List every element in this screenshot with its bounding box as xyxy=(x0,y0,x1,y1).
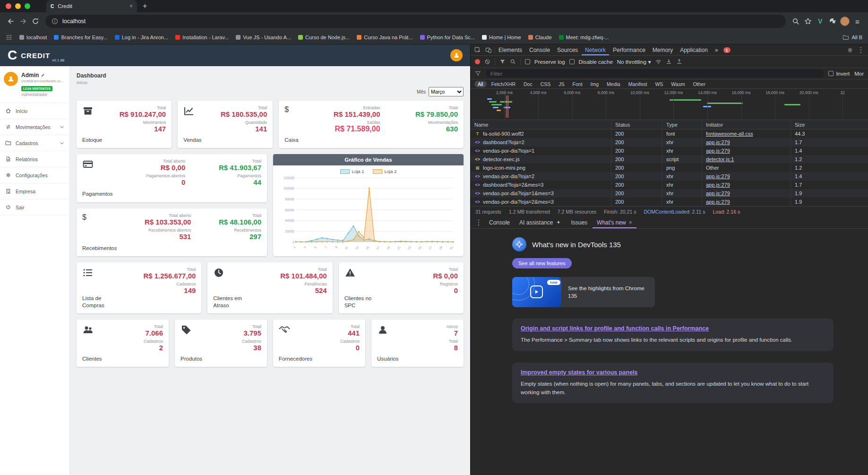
column-header-status[interactable]: Status xyxy=(611,120,662,129)
request-row[interactable]: <>dashboard?loja=2&mes=3 200 xhr app.js:… xyxy=(471,181,868,189)
browser-menu-icon[interactable]: ≡ xyxy=(851,15,863,27)
invert-filter[interactable]: Invert xyxy=(828,71,850,77)
section-heading-link[interactable]: Origin and script links for profile and … xyxy=(521,325,825,332)
filter-chip-media[interactable]: Media xyxy=(603,81,624,87)
filter-chip-doc[interactable]: Doc xyxy=(520,81,536,87)
bookmark-item[interactable]: localhost xyxy=(19,35,47,40)
request-row[interactable]: <>vendas-por-dia?loja=2 200 xhr app.js:2… xyxy=(471,172,868,181)
tab-performance[interactable]: Performance xyxy=(610,44,649,55)
search-network-icon[interactable] xyxy=(510,59,516,65)
bookmark-item[interactable]: Installation - Larav... xyxy=(175,35,229,40)
bookmark-item[interactable]: Log in - Jira Anron... xyxy=(115,35,168,40)
request-row[interactable]: <>dashboard?loja=2 200 xhr app.js:279 1.… xyxy=(471,138,868,147)
vue-devtools-extension-icon[interactable]: V xyxy=(814,15,826,27)
throttling-dropdown[interactable]: No throttling ▾ xyxy=(617,59,651,65)
initiator-link[interactable]: fontawesome-all.css xyxy=(706,131,753,137)
tab-network[interactable]: Network xyxy=(582,44,609,55)
see-all-features-button[interactable]: See all new features xyxy=(512,258,572,268)
profile-avatar[interactable] xyxy=(839,15,851,27)
drawer-tab-ai-assistance[interactable]: AI assistance xyxy=(515,216,566,228)
legend-item[interactable]: Loja 1 xyxy=(340,169,364,174)
filter-input[interactable] xyxy=(486,69,824,78)
bookmark-star-icon[interactable] xyxy=(802,15,814,27)
reload-button[interactable] xyxy=(29,15,42,27)
initiator-link[interactable]: app.js:279 xyxy=(706,182,730,188)
column-header-name[interactable]: Name xyxy=(471,120,611,129)
site-info-icon[interactable] xyxy=(52,18,58,25)
bookmark-item[interactable]: Claude xyxy=(528,35,552,40)
filter-chip-ws[interactable]: WS xyxy=(652,81,666,87)
new-tab-button[interactable]: + xyxy=(143,2,147,10)
section-heading-link[interactable]: Improved empty states for various panels xyxy=(521,369,825,376)
column-header-initiator[interactable]: Initiator xyxy=(702,120,791,129)
search-icon[interactable] xyxy=(790,15,802,27)
tab-memory[interactable]: Memory xyxy=(649,44,676,55)
browser-tab[interactable]: C Credit × xyxy=(46,0,137,12)
play-icon[interactable] xyxy=(530,285,543,298)
filter-chip-other[interactable]: Other xyxy=(690,81,709,87)
sidebar-item-sair[interactable]: Sair xyxy=(0,199,69,216)
inspect-element-icon[interactable] xyxy=(473,44,483,55)
sidebar-item-configuracoes[interactable]: Configurações xyxy=(0,167,69,183)
device-toolbar-icon[interactable] xyxy=(483,44,494,55)
sidebar-item-movimentacoes[interactable]: Movimentações xyxy=(0,119,69,135)
bookmark-item[interactable]: Meet: mdg-zfwq-... xyxy=(559,35,609,40)
sidebar-item-inicio[interactable]: Início xyxy=(0,103,69,119)
sidebar-item-empresa[interactable]: Empresa xyxy=(0,183,69,199)
network-conditions-icon[interactable] xyxy=(655,59,662,65)
forward-button[interactable] xyxy=(17,15,29,27)
filter-chip-all[interactable]: All xyxy=(474,81,487,87)
initiator-link[interactable]: app.js:279 xyxy=(706,190,730,196)
filter-chip-font[interactable]: Font xyxy=(569,81,586,87)
sidebar-item-cadastros[interactable]: Cadastros xyxy=(0,135,69,151)
request-row[interactable]: <>vendas-por-dia?loja=1 200 xhr app.js:2… xyxy=(471,147,868,155)
request-row[interactable]: <>vendas-por-dia?loja=1&mes=3 200 xhr ap… xyxy=(471,189,868,198)
month-select[interactable]: Março xyxy=(429,87,464,96)
highlights-card[interactable]: new See the highlights from Chrome 135 xyxy=(512,277,655,307)
invert-checkbox[interactable] xyxy=(828,71,834,76)
filter-chip-js[interactable]: JS xyxy=(555,81,567,87)
more-panels-icon[interactable]: » xyxy=(712,44,722,55)
back-button[interactable] xyxy=(5,15,17,27)
bookmark-item[interactable]: Curso de Node.js... xyxy=(298,35,350,40)
tab-close-icon[interactable]: × xyxy=(129,3,133,9)
network-overview-timeline[interactable]: 2,000 ms4,000 ms6,000 ms8,000 ms10,000 m… xyxy=(471,89,868,120)
export-har-icon[interactable] xyxy=(676,59,682,65)
tab-application[interactable]: Application xyxy=(677,44,711,55)
sidebar-item-relatorios[interactable]: Relatórios xyxy=(0,151,69,167)
all-bookmarks-button[interactable]: All B xyxy=(842,34,862,41)
issues-count-badge[interactable]: 1 xyxy=(723,47,730,53)
legend-item[interactable]: Loja 2 xyxy=(373,169,397,174)
column-header-size[interactable]: Size xyxy=(791,120,868,129)
tab-console[interactable]: Console xyxy=(526,44,553,55)
filter-chip-fetch-xhr[interactable]: Fetch/XHR xyxy=(488,81,519,87)
close-drawer-tab-icon[interactable]: × xyxy=(629,219,632,226)
tab-sources[interactable]: Sources xyxy=(554,44,581,55)
drawer-tab-whats-new[interactable]: What's new × xyxy=(593,216,636,228)
initiator-link[interactable]: detector.js:1 xyxy=(706,156,734,162)
disable-cache-checkbox[interactable] xyxy=(569,59,575,64)
record-network-log-button[interactable] xyxy=(475,59,480,64)
apps-grid-icon[interactable] xyxy=(6,34,12,41)
bookmark-item[interactable]: Vue JS - Usando A... xyxy=(236,35,291,40)
initiator-link[interactable]: app.js:279 xyxy=(706,148,730,154)
bookmark-item[interactable]: Home | Home xyxy=(482,35,521,40)
more-filters-label[interactable]: Mor xyxy=(854,71,864,77)
filter-funnel-icon[interactable] xyxy=(499,59,506,65)
initiator-link[interactable]: app.js:279 xyxy=(706,173,730,179)
column-header-type[interactable]: Type xyxy=(662,120,702,129)
devtools-menu-icon[interactable]: ⋮ xyxy=(856,44,866,55)
maximize-window-button[interactable] xyxy=(25,3,30,9)
filter-chip-manifest[interactable]: Manifest xyxy=(625,81,651,87)
drawer-tab-issues[interactable]: Issues xyxy=(567,216,592,228)
initiator-link[interactable]: app.js:279 xyxy=(706,199,730,205)
import-har-icon[interactable] xyxy=(666,59,672,65)
request-row[interactable]: ▦logo-icon-mini.png 200 png Other 1.2 xyxy=(471,164,868,172)
bookmark-item[interactable]: Python for Data Sc... xyxy=(420,35,475,40)
address-bar[interactable]: localhost xyxy=(45,15,786,28)
clear-network-log-icon[interactable] xyxy=(484,59,490,65)
drawer-menu-icon[interactable]: ⋮ xyxy=(473,216,484,228)
request-row[interactable]: <>detector-exec.js 200 script detector.j… xyxy=(471,155,868,164)
minimize-window-button[interactable] xyxy=(15,3,21,9)
edit-pencil-icon[interactable] xyxy=(41,73,45,78)
